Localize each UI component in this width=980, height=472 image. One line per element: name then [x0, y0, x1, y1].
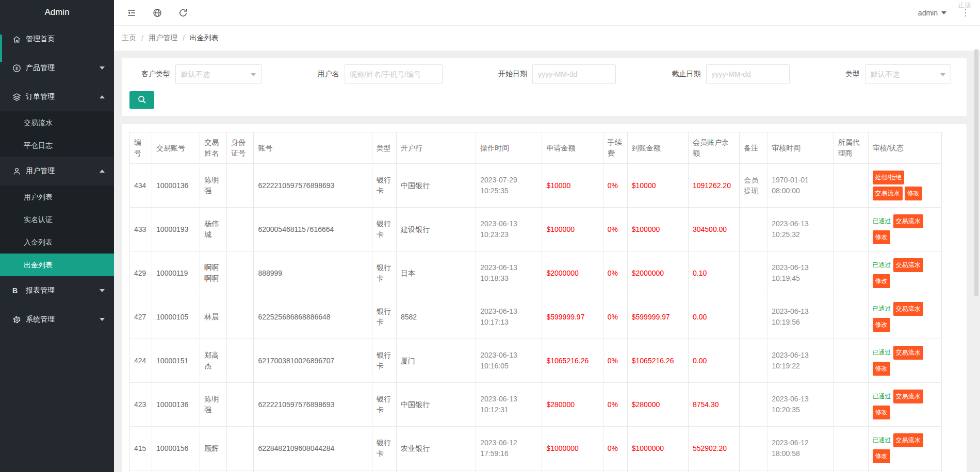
action-button[interactable]: 修改 [873, 230, 890, 244]
table-row: 43410000136陈明强6222210597576898693银行卡中国银行… [130, 164, 942, 208]
cell-type: 银行卡 [372, 295, 396, 339]
scrollbar-thumb[interactable] [974, 49, 978, 296]
filter-card: 客户类型默认不选用户名开始日期截止日期类型默认不选 [122, 58, 967, 116]
filter-input[interactable] [706, 64, 790, 84]
refresh-icon[interactable] [178, 8, 188, 18]
cell-bank: 农业银行 [396, 427, 476, 470]
action-button[interactable]: 修改 [873, 362, 890, 376]
cell-type: 银行卡 [372, 251, 396, 295]
sidebar-item-label: 报表管理 [26, 286, 55, 295]
action-button[interactable]: 修改 [905, 187, 922, 200]
cell-fee: 0% [603, 251, 627, 295]
sidebar-item-1[interactable]: 管理首页 [0, 25, 114, 54]
cell-remark [740, 470, 767, 472]
cell-no: 429 [130, 251, 152, 295]
cell-op_time: 2023-06-13 10:18:33 [476, 251, 542, 295]
sidebar-subitem[interactable]: 入金列表 [0, 231, 114, 254]
cell-balance: 1091262.20 [688, 164, 739, 208]
sidebar-subitem[interactable]: 平仓日志 [0, 134, 114, 157]
action-button[interactable]: 交易流水 [893, 214, 923, 228]
sidebar-item-6[interactable]: 系统管理 [0, 305, 114, 334]
chevron-down-icon [941, 11, 946, 14]
sidebar-subitem[interactable]: 实名认证 [0, 208, 114, 231]
cell-arrival: $500000 [627, 470, 688, 472]
action-button[interactable]: 交易流水 [893, 346, 923, 360]
cell-amount: $599999.97 [542, 295, 603, 339]
cell-remark [740, 427, 767, 470]
filter-select[interactable]: 默认不选 [865, 64, 951, 84]
table-row: 42710000105林晨622525686868886648银行卡858220… [130, 295, 942, 339]
action-button[interactable]: 交易流水 [893, 390, 923, 403]
sidebar-item-5[interactable]: B报表管理 [0, 276, 114, 305]
action-button[interactable]: 交易流水 [893, 258, 923, 272]
status-approved: 已通过 [873, 305, 891, 312]
cell-card: 888999 [254, 251, 372, 295]
sidebar-item-label: 系统管理 [26, 315, 55, 324]
table-row: 42310000136陈明强6222210597576898693银行卡中国银行… [130, 383, 942, 427]
globe-icon[interactable] [152, 8, 162, 18]
cell-bank: 中国银行 [396, 470, 476, 472]
action-button[interactable]: 修改 [873, 274, 890, 288]
action-button[interactable]: 处理/拒绝 [873, 171, 904, 184]
column-header: 身份证号 [227, 132, 254, 164]
breadcrumb-separator: / [183, 34, 185, 42]
cell-amount: $1000000 [542, 427, 603, 470]
cell-name: 陈明强 [200, 164, 227, 208]
cell-id_card [227, 164, 254, 208]
cell-arrival: $1065216.26 [627, 339, 688, 383]
sidebar-item-4[interactable]: 用户管理 [0, 157, 114, 186]
action-button[interactable]: 交易流水 [873, 187, 903, 200]
sidebar-item-3[interactable]: 订单管理 [0, 82, 114, 111]
sidebar-subitem[interactable]: 交易流水 [0, 111, 114, 134]
table-card: 编号交易账号交易姓名身份证号账号类型开户行操作时间申请金额手续费到账金额会员账户… [122, 124, 967, 472]
column-header: 审核/状态 [868, 132, 941, 164]
cell-name: 啊啊啊啊 [200, 251, 227, 295]
status-approved: 已通过 [873, 217, 891, 225]
search-button[interactable] [129, 91, 154, 109]
cell-status: 已通过交易流水修改 [868, 339, 941, 383]
filter-input[interactable] [532, 64, 616, 84]
user-menu[interactable]: admin [918, 9, 946, 17]
cell-trade_account: 10000136 [152, 470, 200, 472]
cell-agent [834, 208, 868, 251]
status-approved: 已通过 [873, 349, 891, 356]
sidebar-item-label: 产品管理 [26, 63, 55, 73]
cell-agent [834, 383, 868, 427]
cell-type: 银行卡 [372, 208, 396, 251]
cell-status: 处理/拒绝交易流水修改 [868, 164, 941, 208]
column-header: 操作时间 [476, 132, 542, 164]
action-button[interactable]: 修改 [873, 406, 890, 419]
app-title: Admin [0, 0, 114, 25]
filter-label: 用户名 [318, 70, 339, 79]
cell-remark [740, 295, 767, 339]
cell-review_time: 2023-06-13 10:20:35 [767, 383, 834, 427]
sidebar-item-2[interactable]: $产品管理 [0, 54, 114, 82]
cell-card: 6222210597576898693 [254, 164, 372, 208]
status-approved: 已通过 [873, 261, 891, 268]
action-button[interactable]: 修改 [873, 318, 890, 332]
action-button[interactable]: 交易流水 [893, 302, 923, 316]
breadcrumb-item[interactable]: 用户管理 [149, 33, 177, 43]
sidebar-subitem[interactable]: 出金列表 [0, 254, 114, 276]
cell-bank: 中国银行 [396, 383, 476, 427]
action-button[interactable]: 修改 [873, 449, 890, 463]
cell-status: 已通过交易流水修改 [868, 251, 941, 295]
collapse-menu-icon[interactable] [126, 8, 137, 18]
cell-trade_account: 10000156 [152, 427, 200, 470]
breadcrumb-item[interactable]: 主页 [122, 33, 136, 43]
sidebar-subitem[interactable]: 用户列表 [0, 186, 114, 208]
cell-review_time: 2023-06-13 10:25:32 [767, 208, 834, 251]
filter-label: 类型 [845, 70, 860, 79]
table-row: 42910000119啊啊啊啊888999银行卡日本2023-06-13 10:… [130, 251, 942, 295]
cell-type: 银行卡 [372, 427, 396, 470]
cell-trade_account: 10000105 [152, 295, 200, 339]
cell-balance: 0.00 [688, 339, 739, 383]
cell-card: 622525686868886648 [254, 295, 372, 339]
cell-op_time: 2023-06-13 10:16:05 [476, 339, 542, 383]
filter-group: 用户名 [318, 64, 443, 84]
column-header: 编号 [130, 132, 152, 164]
action-button[interactable]: 交易流水 [893, 433, 923, 447]
filter-input[interactable] [345, 64, 443, 84]
filter-select[interactable]: 默认不选 [175, 64, 262, 84]
cell-status: 已通过交易流水修改 [868, 470, 941, 472]
